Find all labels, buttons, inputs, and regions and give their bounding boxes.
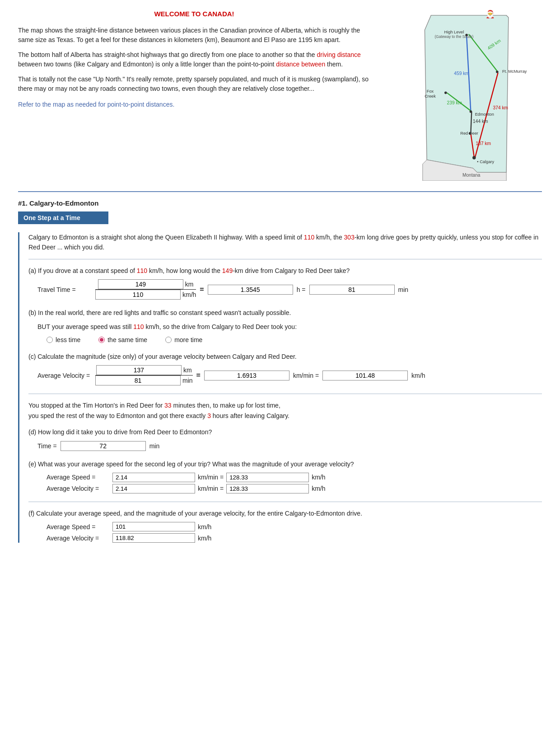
qe-speed-row: Average Speed = km/min = km/h [47,473,542,482]
qc-kmh-label: km/h [411,372,425,379]
fox-creek-label2: Creek [425,94,436,99]
problem1-title: #1. Calgary-to-Edmonton [18,199,542,207]
page-title: WELCOME TO CANADA! [154,10,234,18]
qe-speed-val1[interactable] [112,473,195,482]
radio-more-time-circle[interactable] [165,337,172,343]
intro-para1: The map shows the straight-line distance… [18,26,370,45]
qe-speed-unit1: km/min = [198,474,224,481]
montana-label: Montana [462,173,481,178]
qe-vel-label: Average Velocity = [47,485,110,492]
qa-result1[interactable] [208,285,293,295]
qb-radio-group: less time the same time more time [47,336,542,343]
qa-den-unit: km/h [182,291,196,298]
question-f: (f) Calculate your average speed, and th… [28,508,542,543]
santa-icon: 🎅 [485,9,495,19]
radio-same-time[interactable]: the same time [98,336,147,343]
radio-same-time-label: the same time [107,336,147,343]
question-a: (a) If you drove at a constant speed of … [28,266,542,300]
red-deer-label: Red Deer [460,131,478,136]
qf-label: (f) Calculate your average speed, and th… [28,508,542,518]
dist-144: 144 km [473,119,488,124]
qc-result1[interactable] [204,371,289,380]
qf-speed-val[interactable] [112,522,195,531]
qe-vel-val1[interactable] [112,484,195,493]
qa-label: (a) If you drove at a constant speed of … [28,266,542,276]
qf-speed-unit: km/h [198,523,211,531]
stop-3: 3 [207,412,211,419]
qa-110: 110 [137,267,147,274]
qd-value[interactable] [61,441,146,451]
qa-numerator[interactable] [98,279,183,289]
qf-speed-label: Average Speed = [47,523,110,531]
qe-vel-row: Average Velocity = km/min = km/h [47,484,542,493]
qa-calc-row: Travel Time = km km/h = [37,279,542,300]
ft-mcmurray-label: Ft. McMurray [502,69,527,74]
stop-33: 33 [164,402,172,409]
dist-374: 374 km [493,105,508,110]
radio-same-time-circle[interactable] [98,337,105,343]
svg-point-9 [496,70,499,73]
qc-fraction: km min [95,365,193,385]
qd-unit: min [149,442,160,450]
main-divider [18,191,542,192]
qc-calc-row: Average Velocity = km min = [37,365,542,385]
qb-label2: BUT your average speed was still 110 km/… [37,322,542,332]
avg-vel-label: Average Velocity = [37,372,92,379]
qe-vel-unit1: km/min = [198,485,224,492]
qa-h-label: h = [297,286,306,293]
qe-vel-unit2: km/h [312,485,325,492]
qb-label1: (b) In the real world, there are red lig… [28,308,542,318]
svg-point-13 [472,156,476,159]
question-b: (b) In the real world, there are red lig… [28,308,542,343]
qe-speed-unit2: km/h [312,474,325,481]
qc-kmmin-label: km/min = [293,372,319,379]
qa-equals: = [200,286,204,294]
question-c: (c) Calculate the magnitude (size only) … [28,352,542,385]
qc-numerator[interactable] [96,365,182,375]
radio-less-time-circle[interactable] [47,337,53,343]
problem1-intro: Calgary to Edmonton is a straight shot a… [28,232,542,253]
radio-less-time-label: less time [56,336,80,343]
alberta-map: 🎅 [379,9,533,181]
qc-den-unit: min [182,377,193,384]
map-container: 🎅 [379,9,542,182]
qa-num-unit: km [185,281,194,288]
qa-result2[interactable] [309,285,395,295]
qc-result2[interactable] [322,371,408,380]
driving-distance-text: driving distance [317,51,361,58]
qa-149: 149 [222,267,233,274]
divider-after-intro [28,259,542,259]
qf-vel-val[interactable] [112,533,195,543]
qe-speed-val2[interactable] [226,473,309,482]
qd-calc-row: Time = min [37,441,542,451]
svg-point-10 [444,92,447,94]
problem1-body: Calgary to Edmonton is a straight shot a… [18,232,542,543]
radio-more-time[interactable]: more time [165,336,202,343]
svg-point-11 [470,110,472,113]
qc-denominator[interactable] [95,376,181,385]
qc-num-unit: km [183,366,192,374]
calgary-label: • Calgary [477,160,494,164]
qf-vel-unit: km/h [198,535,211,542]
qe-vel-val2[interactable] [226,484,309,493]
distance-between-text: distance between [276,61,325,68]
qa-fraction: km km/h [95,279,196,300]
qf-vel-label: Average Velocity = [47,535,110,542]
radio-less-time[interactable]: less time [47,336,80,343]
qb-110: 110 [133,323,144,330]
divider-after-c [28,394,542,394]
intro-para3: That is totally not the case "Up North."… [18,75,370,94]
question-e: (e) What was your average speed for the … [28,459,542,493]
qe-label: (e) What was your average speed for the … [28,459,542,469]
qa-denominator[interactable] [95,290,181,300]
qd-time-label: Time = [37,442,57,450]
travel-time-label: Travel Time = [37,286,92,293]
problem1-section: #1. Calgary-to-Edmonton One Step at a Ti… [18,199,542,543]
high-level-label: High Level [444,30,464,34]
one-step-tab[interactable]: One Step at a Time [18,211,108,224]
edmonton-label: Edmonton [475,112,494,117]
stop-paragraph: You stopped at the Tim Horton's in Red D… [28,400,542,421]
intro-para2: The bottom half of Alberta has straight-… [18,50,370,69]
divider-after-e [28,502,542,502]
intro-section: WELCOME TO CANADA! The map shows the str… [18,9,370,182]
